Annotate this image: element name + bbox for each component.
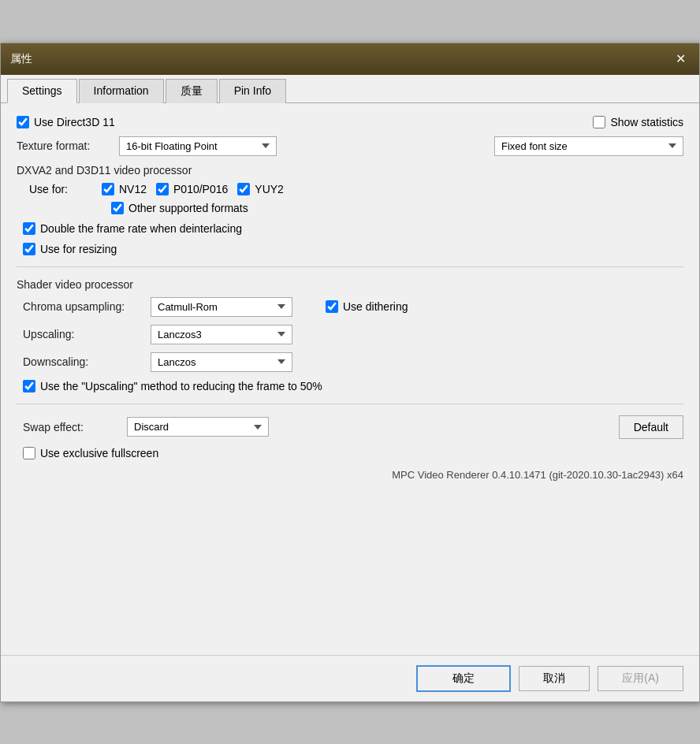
p010-checkbox[interactable] [156, 183, 169, 195]
cancel-button[interactable]: 取消 [519, 666, 590, 691]
version-text: MPC Video Renderer 0.4.10.1471 (git-2020… [17, 469, 683, 481]
upscaling-method-checkbox[interactable] [23, 380, 35, 392]
use-direct3d-label[interactable]: Use Direct3D 11 [17, 116, 115, 128]
other-formats-checkbox[interactable] [111, 202, 124, 214]
row-direct3d: Use Direct3D 11 Show statistics [17, 116, 683, 128]
tab-pininfo[interactable]: Pin Info [219, 79, 286, 103]
double-frame-checkbox[interactable] [23, 222, 35, 235]
row-double-frame: Double the frame rate when deinterlacing [17, 222, 683, 235]
nv12-label[interactable]: NV12 [102, 183, 147, 195]
confirm-button[interactable]: 确定 [416, 665, 511, 692]
main-window: 属性 ✕ Settings Information 质量 Pin Info Us… [0, 43, 700, 702]
row-use-for-resizing: Use for resizing [17, 243, 683, 255]
use-dithering-label[interactable]: Use dithering [326, 300, 408, 313]
other-formats-row: Other supported formats [17, 202, 683, 214]
nv12-checkbox[interactable] [102, 183, 114, 195]
row-downscaling: Downscaling: Lanczos Bilinear Nearest [17, 352, 683, 372]
downscaling-select[interactable]: Lanczos Bilinear Nearest [151, 352, 292, 372]
upscaling-label: Upscaling: [23, 328, 141, 340]
dxva-section-title: DXVA2 and D3D11 video processor [17, 164, 683, 177]
use-for-resizing-checkbox[interactable] [23, 243, 35, 255]
upscaling-select[interactable]: Lanczos3 Bilinear Nearest Catmull-Rom [151, 325, 292, 344]
fixed-font-size-select[interactable]: Fixed font size Auto font size [494, 136, 683, 156]
use-for-label: Use for: [29, 183, 92, 195]
swap-effect-label: Swap effect: [23, 421, 117, 433]
yuy2-checkbox[interactable] [237, 183, 250, 195]
upscaling-method-label[interactable]: Use the "Upscaling" method to reducing t… [23, 380, 322, 392]
tab-bar: Settings Information 质量 Pin Info [1, 75, 699, 103]
tab-quality[interactable]: 质量 [166, 79, 218, 103]
row-texture-format: Texture format: 16-bit Floating Point 8-… [17, 136, 683, 156]
apply-button[interactable]: 应用(A) [598, 666, 683, 691]
row-swap-effect: Swap effect: Discard FlipEx Flip Default [17, 415, 683, 439]
footer: 确定 取消 应用(A) [1, 655, 699, 701]
use-dithering-checkbox[interactable] [326, 300, 338, 313]
chroma-label: Chroma upsampling: [23, 300, 141, 313]
exclusive-fullscreen-label[interactable]: Use exclusive fullscreen [23, 447, 158, 459]
window-title: 属性 [10, 52, 32, 66]
show-statistics-label[interactable]: Show statistics [593, 116, 683, 128]
show-statistics-checkbox[interactable] [593, 116, 605, 128]
default-button[interactable]: Default [619, 415, 683, 439]
texture-format-select[interactable]: 16-bit Floating Point 8-bit 10-bit 16-bi… [119, 136, 277, 156]
double-frame-label[interactable]: Double the frame rate when deinterlacing [23, 222, 242, 235]
tab-settings[interactable]: Settings [7, 79, 77, 103]
row-chroma: Chroma upsampling: Catmull-Rom Bilinear … [17, 297, 683, 317]
p010-label[interactable]: P010/P016 [156, 183, 228, 195]
close-button[interactable]: ✕ [671, 50, 690, 69]
use-for-resizing-label[interactable]: Use for resizing [23, 243, 117, 255]
texture-format-label: Texture format: [17, 140, 111, 152]
tab-information[interactable]: Information [79, 79, 164, 103]
row-upscaling: Upscaling: Lanczos3 Bilinear Nearest Cat… [17, 325, 683, 344]
row-exclusive-fullscreen: Use exclusive fullscreen [17, 447, 683, 459]
use-for-row: Use for: NV12 P010/P016 YUY2 [17, 183, 683, 195]
exclusive-fullscreen-checkbox[interactable] [23, 447, 35, 459]
other-formats-label[interactable]: Other supported formats [111, 202, 248, 214]
yuy2-label[interactable]: YUY2 [237, 183, 284, 195]
use-direct3d-checkbox[interactable] [17, 116, 29, 128]
chroma-select[interactable]: Catmull-Rom Bilinear Nearest [151, 297, 292, 317]
swap-effect-select[interactable]: Discard FlipEx Flip [127, 417, 269, 437]
settings-content: Use Direct3D 11 Show statistics Texture … [1, 103, 699, 655]
divider1 [17, 266, 683, 267]
downscaling-label: Downscaling: [23, 355, 141, 368]
divider2 [17, 404, 683, 404]
shader-section-title: Shader video processor [17, 278, 683, 291]
title-bar: 属性 ✕ [1, 43, 699, 75]
row-upscaling-method: Use the "Upscaling" method to reducing t… [17, 380, 683, 392]
